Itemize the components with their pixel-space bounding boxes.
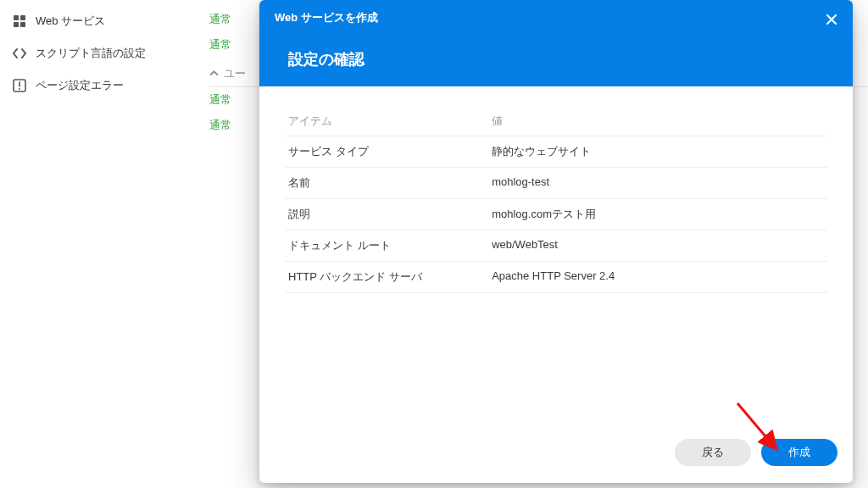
table-row: ドキュメント ルート web/WebTest [285, 230, 827, 262]
code-icon [12, 46, 27, 61]
sidebar-item-page-error[interactable]: ページ設定エラー [0, 69, 191, 102]
cell-value: web/WebTest [492, 238, 824, 253]
modal-small-title: Web サービスを作成 [275, 10, 837, 25]
sidebar-item-label: ページ設定エラー [36, 78, 124, 93]
col-header-value: 値 [492, 114, 824, 129]
cell-value: 静的なウェブサイト [492, 144, 824, 159]
table-row: 説明 mohlog.comテスト用 [285, 199, 827, 230]
config-table: アイテム 値 サービス タイプ 静的なウェブサイト 名前 mohlog-test… [285, 107, 827, 293]
sidebar: Web サービス スクリプト言語の設定 ページ設定エラー [0, 0, 191, 488]
cell-item: 名前 [288, 175, 492, 191]
modal-body: アイテム 値 サービス タイプ 静的なウェブサイト 名前 mohlog-test… [259, 86, 853, 427]
cell-item: 説明 [288, 207, 492, 222]
alert-icon [12, 78, 27, 93]
table-row: HTTP バックエンド サーバ Apache HTTP Server 2.4 [285, 262, 827, 293]
chevron-up-icon [209, 68, 219, 80]
group-label: ユー [224, 66, 246, 81]
cell-item: サービス タイプ [288, 144, 492, 159]
table-row: 名前 mohlog-test [285, 168, 827, 199]
modal-header: Web サービスを作成 設定の確認 [259, 0, 853, 86]
cell-value: Apache HTTP Server 2.4 [492, 269, 824, 285]
back-button[interactable]: 戻る [675, 439, 751, 466]
svg-rect-3 [20, 22, 25, 27]
cell-value: mohlog.comテスト用 [492, 207, 824, 222]
svg-rect-2 [14, 22, 19, 27]
cell-item: HTTP バックエンド サーバ [288, 269, 492, 285]
create-web-service-modal: Web サービスを作成 設定の確認 アイテム 値 サービス タイプ 静的なウェブ… [259, 0, 853, 483]
table-head: アイテム 値 [285, 107, 827, 136]
svg-rect-1 [20, 15, 25, 20]
modal-big-title: 設定の確認 [288, 49, 837, 69]
create-button[interactable]: 作成 [761, 439, 837, 466]
sidebar-item-label: スクリプト言語の設定 [36, 46, 146, 61]
close-button[interactable] [821, 8, 843, 30]
grid-icon [12, 14, 27, 29]
sidebar-item-web-service[interactable]: Web サービス [0, 5, 191, 37]
cell-value: mohlog-test [492, 175, 824, 191]
sidebar-item-script-lang[interactable]: スクリプト言語の設定 [0, 37, 191, 69]
table-row: サービス タイプ 静的なウェブサイト [285, 136, 827, 168]
svg-point-6 [19, 88, 20, 90]
sidebar-item-label: Web サービス [36, 14, 105, 29]
modal-footer: 戻る 作成 [259, 427, 853, 483]
svg-rect-0 [14, 15, 19, 20]
close-icon [825, 13, 838, 26]
cell-item: ドキュメント ルート [288, 238, 492, 253]
col-header-item: アイテム [288, 114, 492, 129]
